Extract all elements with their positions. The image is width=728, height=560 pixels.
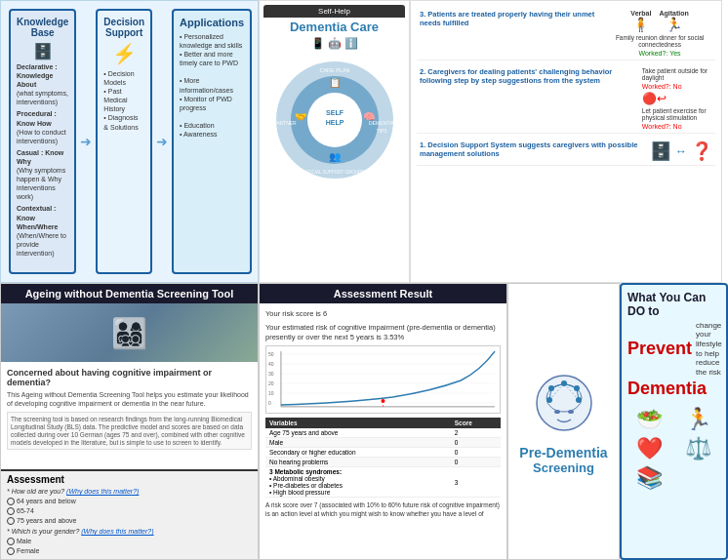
decision-support-title: Decision Support	[103, 17, 144, 38]
wyc-prevent-row: Prevent change your lifestyle to help re…	[627, 321, 720, 378]
var-score-4: 0	[451, 458, 501, 467]
ar-footer-text: A risk score over 7 (associated with 10%…	[265, 501, 501, 518]
app-item-5: • Education	[180, 121, 244, 130]
pre-dementia-subtitle: Screening	[519, 460, 607, 475]
step3-worked: Worked?: Yes	[639, 50, 681, 57]
ar-risk-score: Your risk score is 6	[265, 309, 501, 319]
var-score-metabolic: 3	[451, 467, 501, 498]
applications-title: Applications	[180, 17, 244, 28]
knowledge-base-items: Declarative : Knowledge About(what sympt…	[17, 62, 68, 260]
screening-content: Concerned about having cognitive impairm…	[1, 362, 258, 469]
circle-menu-svg: SELF HELP CARE PLAN DEMENTIA TIPS SOCIAL…	[271, 57, 398, 183]
var-row-2: Male 0	[265, 438, 501, 448]
group-photo-icon: 👨‍👩‍👧‍👦	[111, 316, 147, 350]
kb-item-3: Casual : Know Why(Why symptoms happen & …	[17, 148, 68, 202]
screening-note: The screening tool is based on research …	[7, 412, 252, 450]
kb-item-2: Procedural : Know How(How to conduct int…	[17, 109, 68, 144]
svg-text:🤝: 🤝	[295, 110, 307, 123]
var-row-4: No hearing problems 0	[265, 458, 501, 467]
selfhelp-bar: Self-Help	[263, 5, 405, 18]
assessment-title: Assessment	[7, 474, 252, 485]
wyc-title: What You Can DO to	[627, 291, 720, 319]
radio-2[interactable]	[7, 507, 15, 515]
wyc-icon-running: 🏃	[676, 407, 721, 432]
android-icon: 🤖	[328, 37, 342, 50]
screening-concern: Concerned about having cognitive impairm…	[7, 368, 252, 387]
wyc-icon-salad: 🥗	[627, 407, 672, 432]
info-icon: ℹ️	[344, 37, 358, 50]
var-row-3: Secondary or higher education 0	[265, 448, 501, 458]
right-info-panel: 3. Patients are treated properly having …	[410, 0, 722, 283]
svg-text:SOCIAL SUPPORT GROUPS: SOCIAL SUPPORT GROUPS	[305, 170, 364, 175]
svg-text:TIPS: TIPS	[376, 128, 387, 134]
q2-opt2[interactable]: Female	[7, 546, 252, 556]
main-container: Knowledge Base 🗄️ Declarative : Knowledg…	[0, 0, 728, 560]
app-item-2: • Better and more timely care to PWD	[180, 50, 244, 67]
wyc-prevent: Prevent	[627, 339, 692, 359]
ar-chart: 50 40 30 20 10 0	[265, 345, 501, 414]
q1-opt1[interactable]: 64 years and below	[7, 497, 252, 506]
app-icons-row: 📱 🤖 ℹ️	[311, 37, 358, 50]
database-icon: 🗄️	[33, 42, 53, 60]
q2-link[interactable]: (Why does this matter?)	[81, 528, 153, 535]
q2-opt1[interactable]: Male	[7, 537, 252, 546]
left-panel: Knowledge Base 🗄️ Declarative : Knowledg…	[0, 0, 259, 283]
q1-opt2[interactable]: 65-74	[7, 506, 252, 516]
step-3-actions: Verbal 🧍 Agitation 🏃 Family reunion dinn…	[607, 10, 712, 57]
assessment-q2: * Which is your gender? (Why does this m…	[7, 528, 252, 535]
assessment-q1: * How old are you? (Why does this matter…	[7, 488, 252, 495]
svg-text:SELF: SELF	[326, 109, 344, 116]
ar-content: Your risk score is 6 Your estimated risk…	[260, 303, 506, 559]
database-icon-2: 🗄️	[650, 140, 671, 162]
what-you-can-section: What You Can DO to Prevent change your l…	[620, 283, 728, 560]
step-3-text: 3. Patients are treated properly having …	[420, 10, 599, 27]
applications-items: • Personalized knowledge and skills • Be…	[180, 32, 244, 139]
knowledge-base-box: Knowledge Base 🗄️ Declarative : Knowledg…	[9, 9, 76, 274]
wyc-icon-scale: ⚖️	[676, 436, 721, 461]
wyc-dementia: Dementia	[627, 379, 720, 399]
step2-worked1: Worked?: No	[642, 83, 712, 90]
step-3: 3. Patients are treated properly having …	[417, 7, 715, 60]
variables-col-header: Variables	[265, 418, 451, 428]
bottom-row: Ageing without Dementia Screening Tool 👨…	[0, 283, 728, 560]
pre-dementia-title-container: Pre-Dementia Screening	[519, 445, 607, 475]
svg-text:📋: 📋	[329, 76, 342, 89]
circle-menu: SELF HELP CARE PLAN DEMENTIA TIPS SOCIAL…	[271, 57, 398, 183]
radio-5[interactable]	[7, 547, 15, 555]
variables-tbody: Age 75 years and above 2 Male 0 Secondar…	[265, 428, 501, 498]
app-store-icon: 📱	[311, 37, 325, 50]
pre-dementia-section: Pre-Dementia Screening	[507, 283, 620, 560]
verbal-figure: Verbal 🧍	[630, 10, 651, 32]
risk-chart-svg: 50 40 30 20 10 0	[266, 346, 500, 413]
screening-header: Ageing without Dementia Screening Tool	[1, 284, 258, 303]
arrow-1: ➜	[80, 9, 92, 274]
applications-box: Applications • Personalized knowledge an…	[172, 9, 252, 274]
step-1: 1. Decision Support System suggests care…	[417, 138, 715, 166]
kb-item-4: Contextual : Know When/Where(When/Where …	[17, 204, 68, 258]
radio-1[interactable]	[7, 498, 15, 505]
svg-text:10: 10	[268, 391, 274, 396]
app-item-3: • More information/cases	[180, 76, 244, 94]
dementia-care-title: Dementia Care	[290, 20, 379, 34]
verbal-label: Verbal	[630, 10, 651, 17]
q1-link[interactable]: (Why does this matter?)	[66, 488, 139, 495]
ar-header: Assessment Result	[260, 284, 506, 303]
radio-3[interactable]	[7, 517, 15, 525]
decision-support-items: • Decision Models • Past Medical History…	[103, 69, 144, 132]
step2-action2: Let patient exercise for physical stimul…	[642, 107, 712, 121]
red-arrow-figure: 🔴↩	[642, 92, 712, 105]
q1-opt3[interactable]: 75 years and above	[7, 516, 252, 526]
ds-item-1: • Decision Models	[103, 69, 144, 87]
pre-dementia-title-line1: Pre-Dementia	[519, 445, 607, 460]
var-name-3: Secondary or higher education	[265, 448, 451, 458]
screening-section: Ageing without Dementia Screening Tool 👨…	[0, 283, 259, 560]
wyc-change-text: change your lifestyle to help reduce the…	[696, 321, 722, 378]
top-row: Knowledge Base 🗄️ Declarative : Knowledg…	[0, 0, 728, 283]
screening-desc: This Ageing without Dementia Screening T…	[7, 390, 252, 408]
step-1-icons: 🗄️ ↔ ❓	[650, 140, 712, 162]
wyc-icon-heart: ❤️	[627, 436, 672, 461]
radio-4[interactable]	[7, 538, 15, 545]
brain-head-svg	[530, 369, 598, 437]
var-score-1: 2	[451, 428, 501, 438]
svg-text:50: 50	[268, 352, 274, 357]
